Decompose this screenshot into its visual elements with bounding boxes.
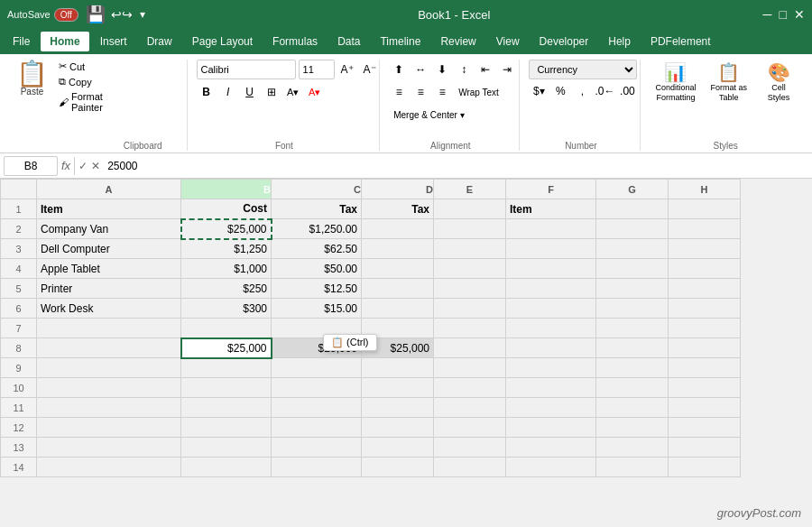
menu-insert[interactable]: Insert bbox=[91, 32, 136, 51]
font-name-input[interactable] bbox=[197, 60, 296, 79]
cell[interactable] bbox=[506, 418, 596, 438]
undo-icon[interactable]: ↩ bbox=[111, 7, 122, 22]
cell[interactable] bbox=[506, 338, 596, 358]
cell[interactable] bbox=[434, 279, 506, 299]
paste-button[interactable]: 📋 Paste bbox=[11, 60, 53, 98]
cell[interactable] bbox=[596, 259, 669, 279]
cell[interactable] bbox=[506, 319, 596, 338]
cell[interactable]: $50.00 bbox=[272, 259, 362, 279]
cell[interactable] bbox=[272, 358, 362, 378]
cell[interactable]: Company Van bbox=[37, 219, 181, 239]
cell[interactable] bbox=[181, 319, 272, 338]
cell[interactable] bbox=[362, 358, 434, 378]
cell[interactable] bbox=[669, 438, 741, 458]
cell[interactable] bbox=[362, 239, 434, 259]
cell[interactable] bbox=[37, 319, 181, 338]
cell[interactable] bbox=[362, 418, 434, 438]
cell[interactable] bbox=[596, 358, 669, 378]
cell[interactable] bbox=[37, 398, 181, 418]
menu-file[interactable]: File bbox=[4, 32, 39, 51]
row-number-3[interactable]: 3 bbox=[1, 239, 37, 259]
row-number-12[interactable]: 12 bbox=[1, 418, 37, 438]
cell[interactable] bbox=[362, 299, 434, 319]
autosave-toggle[interactable]: Off bbox=[54, 8, 78, 22]
cell[interactable] bbox=[596, 319, 669, 338]
merge-center-button[interactable]: Merge & Center ▾ bbox=[389, 105, 468, 125]
font-color-button[interactable]: A▾ bbox=[305, 82, 325, 102]
cell[interactable] bbox=[596, 279, 669, 299]
cell[interactable]: Printer bbox=[37, 279, 181, 299]
cell[interactable] bbox=[362, 458, 434, 477]
cell[interactable] bbox=[37, 418, 181, 438]
cell[interactable] bbox=[506, 299, 596, 319]
italic-button[interactable]: I bbox=[218, 82, 238, 102]
cell[interactable] bbox=[596, 239, 669, 259]
cell[interactable] bbox=[362, 378, 434, 398]
col-header-B[interactable]: B bbox=[181, 180, 272, 199]
cell[interactable] bbox=[506, 279, 596, 299]
cell[interactable] bbox=[362, 438, 434, 458]
cell[interactable] bbox=[272, 438, 362, 458]
border-button[interactable]: ⊞ bbox=[262, 82, 281, 102]
cell[interactable] bbox=[434, 378, 506, 398]
menu-pdfelement[interactable]: PDFelement bbox=[641, 32, 720, 51]
row-number-10[interactable]: 10 bbox=[1, 378, 37, 398]
cell[interactable] bbox=[362, 279, 434, 299]
align-bottom-button[interactable]: ⬇ bbox=[432, 60, 452, 79]
row-number-8[interactable]: 8 bbox=[1, 338, 37, 358]
cell[interactable] bbox=[272, 418, 362, 438]
cell[interactable] bbox=[434, 259, 506, 279]
indent-increase-button[interactable]: ⇥ bbox=[497, 60, 517, 79]
decimal-increase-button[interactable]: .0← bbox=[594, 81, 615, 101]
bold-button[interactable]: B bbox=[197, 82, 217, 102]
cell[interactable] bbox=[434, 398, 506, 418]
cell[interactable] bbox=[434, 199, 506, 219]
wrap-text-button[interactable]: Wrap Text bbox=[454, 82, 503, 102]
cell[interactable] bbox=[434, 458, 506, 477]
decrease-font-size-button[interactable]: A⁻ bbox=[360, 60, 380, 79]
decimal-decrease-button[interactable]: .00 bbox=[617, 81, 637, 101]
cell[interactable] bbox=[506, 378, 596, 398]
cell[interactable]: Apple Tablet bbox=[37, 259, 181, 279]
comma-button[interactable]: , bbox=[572, 81, 592, 101]
cell[interactable] bbox=[596, 338, 669, 358]
cell[interactable] bbox=[434, 299, 506, 319]
cell[interactable] bbox=[669, 239, 741, 259]
cell[interactable]: $15.00 bbox=[272, 299, 362, 319]
formula-input[interactable]: 25000 bbox=[104, 158, 808, 174]
formula-check-icon[interactable]: ✓ bbox=[78, 160, 88, 172]
cell[interactable] bbox=[181, 438, 272, 458]
cell[interactable] bbox=[669, 418, 741, 438]
cell[interactable]: Item bbox=[37, 199, 181, 219]
cell[interactable] bbox=[434, 438, 506, 458]
text-direction-button[interactable]: ↕ bbox=[454, 60, 474, 79]
cell-styles-button[interactable]: 🎨 CellStyles bbox=[756, 60, 801, 105]
cell[interactable] bbox=[37, 378, 181, 398]
cell[interactable] bbox=[596, 299, 669, 319]
row-number-13[interactable]: 13 bbox=[1, 438, 37, 458]
cell[interactable] bbox=[669, 458, 741, 477]
menu-developer[interactable]: Developer bbox=[531, 32, 598, 51]
underline-button[interactable]: U bbox=[240, 82, 260, 102]
cell[interactable]: Work Desk bbox=[37, 299, 181, 319]
percent-button[interactable]: % bbox=[550, 81, 570, 101]
cell[interactable] bbox=[669, 319, 741, 338]
format-painter-button[interactable]: 🖌 Format Painter bbox=[55, 90, 106, 114]
cut-button[interactable]: ✂ Cut bbox=[55, 60, 106, 73]
row-number-2[interactable]: 2 bbox=[1, 219, 37, 239]
menu-timeline[interactable]: Timeline bbox=[371, 32, 429, 51]
dollar-button[interactable]: $▾ bbox=[529, 81, 549, 101]
cell[interactable] bbox=[181, 398, 272, 418]
cell[interactable]: Tax bbox=[272, 199, 362, 219]
cell[interactable]: $12.50 bbox=[272, 279, 362, 299]
cell[interactable] bbox=[596, 398, 669, 418]
cell[interactable] bbox=[596, 219, 669, 239]
cell[interactable] bbox=[506, 458, 596, 477]
cell[interactable] bbox=[37, 338, 181, 358]
cell[interactable] bbox=[272, 398, 362, 418]
cell[interactable] bbox=[596, 458, 669, 477]
col-header-A[interactable]: A bbox=[37, 180, 181, 199]
cell[interactable] bbox=[434, 239, 506, 259]
cell[interactable] bbox=[669, 279, 741, 299]
cell[interactable] bbox=[669, 219, 741, 239]
